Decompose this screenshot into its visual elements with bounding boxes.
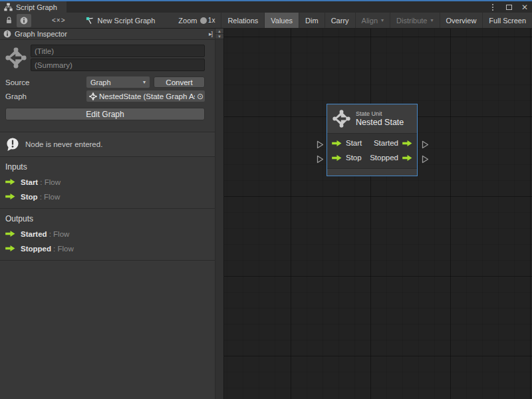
state-unit-node[interactable]: State Unit Nested State Start Started [327,104,418,176]
distribute-label: Distribute [396,17,427,25]
flow-arrow-icon [332,140,342,147]
scroll-up-button[interactable]: ▲ [215,29,223,34]
graph-row: Graph NestedState (State Graph As ⊙ [0,89,215,103]
lock-button[interactable] [1,14,17,27]
graph-summary-input[interactable] [31,59,205,71]
state-unit-icon [5,47,27,68]
flow-arrow-icon [5,193,15,200]
inputs-section: Inputs Start : Flow Stop : Flow [0,157,215,209]
values-button[interactable]: Values [264,13,299,29]
source-value: Graph [90,78,111,86]
node-ports: Start Started Stop [327,133,417,168]
kebab-icon [492,4,493,11]
flow-arrow-icon [5,245,15,252]
external-output-port[interactable] [422,140,429,149]
graph-identity-row [0,40,215,75]
zoom-slider-handle[interactable] [200,17,207,24]
port-name: Start [21,178,38,186]
align-button[interactable]: Align ▾ [355,13,390,29]
inspector-toggle-button[interactable] [17,14,31,27]
lock-icon [5,16,13,25]
warning-text: Node is never entered. [25,140,102,148]
tab-script-graph[interactable]: Script Graph [0,1,66,13]
graph-asset-icon [86,17,94,25]
inspector-title: Graph Inspector [15,30,67,38]
info-icon [3,30,11,38]
port-name: Started [21,230,47,238]
tab-label: Script Graph [16,3,57,11]
zoom-value: 1x [208,17,215,24]
window-maximize-button[interactable] [504,3,513,12]
window-close-button[interactable]: ✕ [520,3,529,12]
external-input-port[interactable] [317,155,324,164]
node-kind-label: State Unit [356,110,404,117]
port-name: Stopped [21,245,51,253]
external-output-port[interactable] [422,155,429,164]
graph-object-field[interactable]: NestedState (State Graph As ⊙ [86,90,205,102]
script-graph-window: Script Graph ✕ <×> [0,0,532,399]
output-port[interactable]: Stopped [370,154,412,162]
new-script-graph-label: New Script Graph [98,17,156,25]
info-icon [20,17,28,25]
output-port[interactable]: Started [374,139,412,147]
window-controls: ✕ [488,1,529,13]
outputs-header: Outputs [0,214,215,223]
warning-box: Node is never entered. [0,132,215,157]
overview-button[interactable]: Overview [440,13,483,29]
flow-arrow-icon [5,230,15,237]
fullscreen-button[interactable]: Full Screen [482,13,532,29]
source-dropdown[interactable]: Graph ▾ [86,76,150,88]
graph-toolbar: <×> New Script Graph Zoom 1x Relations V… [0,13,532,29]
graph-title-input[interactable] [31,45,205,57]
graph-label: Graph [5,92,86,100]
list-item: Stop : Flow [0,192,215,201]
node-title-label: Nested State [356,118,404,127]
port-row: Stop Stopped [332,150,412,165]
edit-graph-button[interactable]: Edit Graph [5,108,205,120]
inspector-scrollbar[interactable]: ▲ ▼ [215,29,223,399]
window-menu-button[interactable] [488,3,497,12]
warning-bubble-icon [5,137,20,152]
port-name: Stop [21,193,38,201]
maximize-icon [506,5,512,10]
inspector-header: Graph Inspector ▸] [0,29,215,40]
scroll-down-button[interactable]: ▼ [215,34,223,39]
chevron-down-icon: ▾ [431,17,434,23]
input-port[interactable]: Start [332,139,362,147]
list-item: Stopped : Flow [0,244,215,253]
code-preview-button[interactable]: <×> [49,14,69,27]
inputs-header: Inputs [0,162,215,172]
script-graph-icon [4,3,13,11]
align-label: Align [362,17,378,25]
list-item: Started : Flow [0,229,215,238]
graph-object-value: NestedState (State Graph As [99,92,195,100]
inspector-content: Graph Inspector ▸] Source [0,29,215,399]
dim-button[interactable]: Dim [299,13,325,29]
convert-button[interactable]: Convert [154,76,205,88]
input-port-label: Stop [346,154,362,162]
flow-arrow-icon [332,154,342,162]
port-type: : Flow [49,230,70,238]
new-script-graph-button[interactable]: New Script Graph [82,14,159,27]
outputs-section: Outputs Started : Flow Stopped : Flow [0,209,215,261]
external-input-port[interactable] [317,140,324,149]
source-row: Source Graph ▾ Convert [0,75,215,89]
port-row: Start Started [332,136,412,150]
carry-button[interactable]: Carry [325,13,355,29]
dock-icon[interactable]: ▸] [209,31,212,37]
node-header[interactable]: State Unit Nested State [327,104,417,133]
object-picker-icon[interactable]: ⊙ [197,92,203,100]
node-footer [327,168,417,176]
port-type: : Flow [40,178,61,186]
port-type: : Flow [40,193,61,201]
flow-arrow-icon [402,154,412,162]
flow-arrow-icon [402,140,412,147]
output-port-label: Started [374,139,398,147]
distribute-button[interactable]: Distribute ▾ [390,13,439,29]
main-split: Graph Inspector ▸] Source [0,29,532,399]
tab-bar: Script Graph ✕ [0,1,532,13]
input-port[interactable]: Stop [332,154,362,162]
output-port-label: Stopped [370,154,398,162]
graph-canvas[interactable]: State Unit Nested State Start Started [224,29,532,399]
relations-button[interactable]: Relations [221,13,264,29]
